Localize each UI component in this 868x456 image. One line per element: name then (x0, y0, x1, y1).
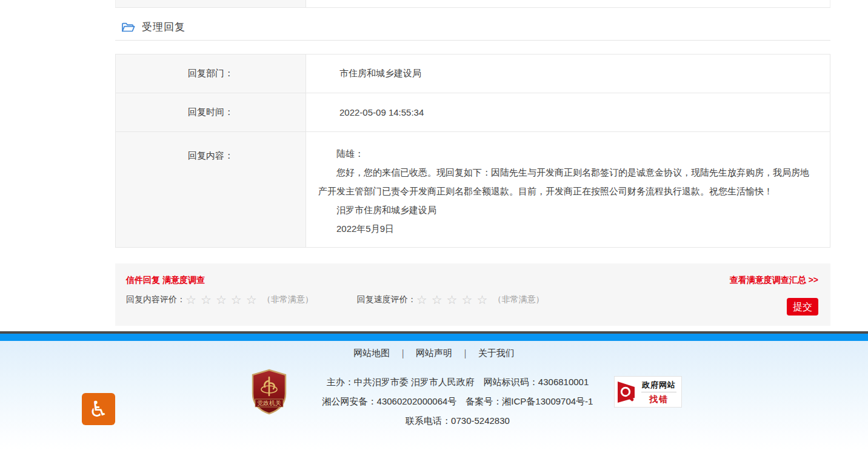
speed-rating-label: 回复速度评价： (357, 294, 416, 305)
star-icon[interactable]: ☆ (185, 292, 201, 307)
magnifier-icon (615, 377, 639, 407)
footer-link-separator: ｜ (461, 348, 470, 358)
content-rating-stars: ☆☆☆☆☆ (185, 294, 261, 306)
reply-paragraph: 您好，您的来信已收悉。现回复如下：因陆先生与开发商正则名郡签订的是诚意金协议，现… (318, 163, 815, 200)
star-icon[interactable]: ☆ (246, 292, 261, 307)
table-row: 回复时间： 2022-05-09 14:55:34 (116, 93, 830, 132)
star-icon[interactable]: ☆ (462, 292, 477, 307)
section-title: 受理回复 (142, 20, 185, 35)
speed-rating-hint: （非常满意） (493, 294, 544, 305)
error-badge-action: 找错 (639, 394, 679, 405)
error-badge-divider (641, 392, 676, 392)
star-icon[interactable]: ☆ (201, 292, 216, 307)
footer-link-separator: ｜ (398, 348, 407, 358)
previous-table-label-cell (116, 0, 306, 7)
reply-time-label: 回复时间： (116, 93, 306, 131)
footer-link-statement[interactable]: 网站声明 (416, 348, 452, 358)
reply-department-value: 市住房和城乡建设局 (306, 55, 830, 93)
star-icon[interactable]: ☆ (216, 292, 231, 307)
footer-link-sitemap[interactable]: 网站地图 (353, 348, 390, 358)
star-icon[interactable]: ☆ (416, 292, 432, 307)
party-badge-label: 党政机关 (257, 400, 281, 406)
website-error-report-badge[interactable]: 政府网站 找错 (614, 376, 682, 408)
survey-title: 信件回复 满意度调查 (126, 275, 205, 286)
main-content: 受理回复 回复部门： 市住房和城乡建设局 回复时间： 2022-05-09 14… (115, 0, 830, 326)
open-folder-icon (121, 22, 135, 33)
reply-department-label: 回复部门： (116, 55, 306, 93)
footer-blue-bar (0, 334, 868, 341)
reply-content-value: 陆雄： 您好，您的来信已收悉。现回复如下：因陆先生与开发商正则名郡签订的是诚意金… (306, 132, 830, 247)
content-rating-label: 回复内容评价： (126, 294, 185, 305)
reply-content-label: 回复内容： (116, 132, 306, 247)
accessibility-icon[interactable]: ♿ (82, 393, 115, 425)
speed-rating-stars: ☆☆☆☆☆ (416, 294, 492, 306)
reply-paragraph: 陆雄： (318, 144, 815, 163)
table-row: 回复部门： 市住房和城乡建设局 (116, 55, 830, 93)
star-icon[interactable]: ☆ (447, 292, 462, 307)
speed-rating-group: 回复速度评价： ☆☆☆☆☆ （非常满意） (357, 294, 544, 306)
reply-paragraph: 汨罗市住房和城乡建设局 (318, 200, 815, 219)
reply-time-value: 2022-05-09 14:55:34 (306, 93, 830, 131)
submit-button[interactable]: 提交 (787, 298, 818, 316)
satisfaction-survey-panel: 信件回复 满意度调查 查看满意度调查汇总 >> 回复内容评价： ☆☆☆☆☆ （非… (115, 263, 830, 326)
reply-paragraph: 2022年5月9日 (318, 219, 815, 238)
content-rating-group: 回复内容评价： ☆☆☆☆☆ （非常满意） (126, 294, 313, 306)
content-rating-hint: （非常满意） (262, 294, 313, 305)
footer-links: 网站地图｜网站声明｜关于我们 (0, 341, 868, 359)
star-icon[interactable]: ☆ (432, 292, 447, 307)
section-header: 受理回复 (115, 20, 830, 41)
star-icon[interactable]: ☆ (231, 292, 246, 307)
previous-table-value-cell (306, 0, 830, 7)
party-government-badge[interactable]: 党政机关 (250, 369, 288, 415)
table-row: 回复内容： 陆雄： 您好，您的来信已收悉。现回复如下：因陆先生与开发商正则名郡签… (116, 132, 830, 247)
survey-summary-link[interactable]: 查看满意度调查汇总 >> (730, 275, 818, 286)
error-badge-title: 政府网站 (639, 380, 679, 391)
previous-table-cutoff-row (115, 0, 830, 8)
reply-table: 回复部门： 市住房和城乡建设局 回复时间： 2022-05-09 14:55:3… (115, 54, 830, 248)
footer-link-about[interactable]: 关于我们 (478, 348, 515, 358)
star-icon[interactable]: ☆ (476, 292, 492, 307)
page-footer: 网站地图｜网站声明｜关于我们 主办：中共汨罗市委 汨罗市人民政府 网站标识码：4… (0, 331, 868, 450)
